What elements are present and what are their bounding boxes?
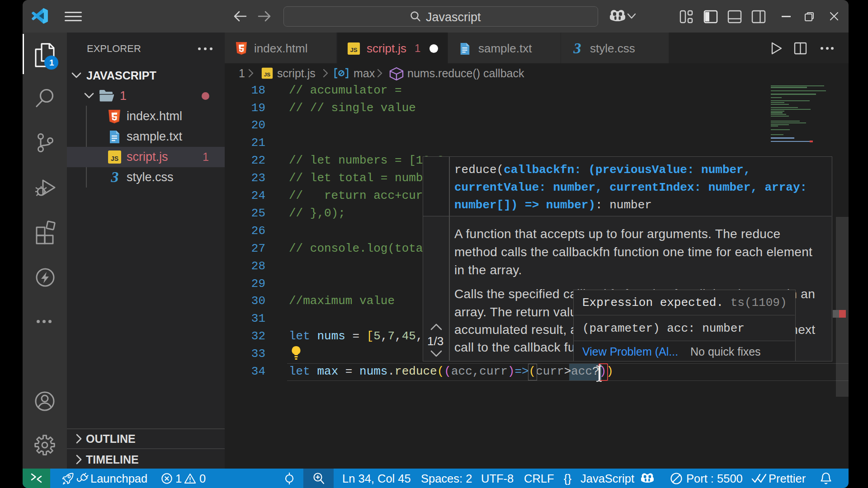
svg-text:3: 3 bbox=[573, 42, 581, 56]
svg-text:JS: JS bbox=[111, 155, 118, 162]
svg-text:JS: JS bbox=[264, 71, 271, 77]
svg-text:JS: JS bbox=[350, 47, 358, 53]
svg-text:3: 3 bbox=[111, 170, 119, 184]
